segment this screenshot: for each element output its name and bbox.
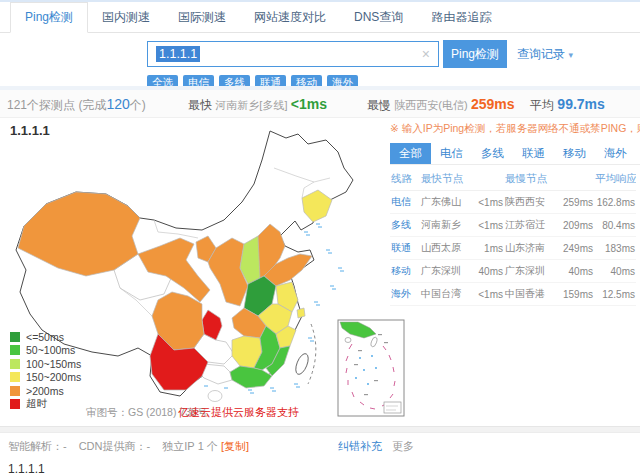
fastest-stat: 最快 河南新乡[多线] <1ms <box>188 96 327 114</box>
clear-input-icon[interactable]: × <box>422 47 430 61</box>
slowest-stat: 最慢 陕西西安(电信) 259ms <box>367 96 515 114</box>
ip-input[interactable]: 1.1.1.1 × <box>147 41 439 67</box>
result-tab-unicom[interactable]: 联通 <box>513 143 554 164</box>
latency-table: 线路 最快节点 最慢节点 平均响应 电信 广东佛山 <1ms 陕西西安 259m… <box>390 168 636 306</box>
feedback-link[interactable]: 纠错补充 <box>338 440 382 452</box>
sea-boundary-dashes <box>308 324 316 384</box>
result-tab-overseas[interactable]: 海外 <box>595 143 636 164</box>
south-china-sea-inset <box>338 320 404 416</box>
latency-legend: <=50ms 50~100ms 100~150ms 150~200ms >200… <box>10 330 81 411</box>
slowest-value: 259ms <box>471 96 515 112</box>
region-hainan[interactable] <box>208 391 222 402</box>
inset-hainan <box>345 338 351 343</box>
probe-done-count: 120 <box>106 96 129 112</box>
unique-ip-label: 独立IP <box>162 440 194 452</box>
footer-divider <box>0 426 640 433</box>
table-row[interactable]: 多线 河南新乡 <1ms 江苏宿迁 209ms 80.4ms <box>390 214 636 237</box>
smart-dns-label: 智能解析： <box>8 440 63 452</box>
inset-scale-box <box>384 402 401 413</box>
map-sponsor-link[interactable]: 亿速云提供云服务器支持 <box>178 405 299 420</box>
slowest-node: 陕西西安(电信) <box>394 99 467 111</box>
result-panel: ※ 输入IP为Ping检测，若服务器网络不通或禁PING，则超时。 全部 电信 … <box>384 118 640 306</box>
result-tab-all[interactable]: 全部 <box>390 143 431 164</box>
table-row[interactable]: 海外 中国台湾 <1ms 中国香港 159ms 12.5ms <box>390 283 636 306</box>
copy-button[interactable]: [复制] <box>221 440 249 452</box>
fastest-value: <1ms <box>291 96 327 112</box>
table-row[interactable]: 电信 广东佛山 <1ms 陕西西安 259ms 162.8ms <box>390 191 636 214</box>
ping-submit-button[interactable]: Ping检测 <box>443 40 507 68</box>
search-zone: 1.1.1.1 × Ping检测 查询记录 ▾ 全选 电信 多线 联通 移动 海… <box>147 40 573 91</box>
chevron-down-icon: ▾ <box>568 50 573 60</box>
legend-swatch <box>10 332 20 342</box>
average-value: 99.7ms <box>557 96 604 112</box>
legend-swatch <box>10 399 20 409</box>
legend-swatch <box>10 345 20 355</box>
legend-item: 100~150ms <box>10 357 81 371</box>
dns-meta-left: 智能解析：-CDN提供商：-独立IP 1 个 [复制] <box>8 439 249 454</box>
result-tab-telecom[interactable]: 电信 <box>431 143 472 164</box>
legend-swatch <box>10 372 20 382</box>
tab-dns-lookup[interactable]: DNS查询 <box>340 3 417 32</box>
legend-item: <=50ms <box>10 330 81 344</box>
legend-item: 50~100ms <box>10 344 81 358</box>
ping-note: ※ 输入IP为Ping检测，若服务器网络不通或禁PING，则超时。 <box>384 118 640 136</box>
ping-tool-page: Ping检测 国内测速 国际测速 网站速度对比 DNS查询 路由器追踪 1.1.… <box>0 0 640 475</box>
tab-domestic-speed[interactable]: 国内测速 <box>88 3 164 32</box>
top-nav-tabs: Ping检测 国内测速 国际测速 网站速度对比 DNS查询 路由器追踪 <box>0 2 640 33</box>
tab-traceroute[interactable]: 路由器追踪 <box>417 3 505 32</box>
legend-item: 超时 <box>10 398 81 412</box>
legend-item: 150~200ms <box>10 371 81 385</box>
resolved-ip: 1.1.1.1 <box>0 454 640 475</box>
legend-item: >200ms <box>10 384 81 398</box>
dns-meta-right: 纠错补充更多 <box>338 439 414 454</box>
result-tab-multiline[interactable]: 多线 <box>472 143 513 164</box>
table-header-row: 线路 最快节点 最慢节点 平均响应 <box>390 168 636 191</box>
tab-international-speed[interactable]: 国际测速 <box>164 3 240 32</box>
fastest-node: 河南新乡[多线] <box>215 99 287 111</box>
more-link[interactable]: 更多 <box>392 440 414 452</box>
table-row[interactable]: 移动 广东深圳 40ms 广东深圳 40ms 40ms <box>390 260 636 283</box>
dns-meta-row: 智能解析：-CDN提供商：-独立IP 1 个 [复制] 纠错补充更多 <box>0 433 640 454</box>
probe-count: 121个探测点 (完成120个) <box>7 96 146 114</box>
main-content: 1.1.1.1 <box>0 118 640 426</box>
tab-ping[interactable]: Ping检测 <box>10 2 88 33</box>
tab-site-speed-compare[interactable]: 网站速度对比 <box>240 3 340 32</box>
legend-swatch <box>10 359 20 369</box>
cdn-provider-label: CDN提供商： <box>79 440 147 452</box>
result-tab-mobile[interactable]: 移动 <box>554 143 595 164</box>
region-shanghai[interactable] <box>297 308 305 318</box>
query-history-link[interactable]: 查询记录 ▾ <box>517 46 573 63</box>
summary-stats-bar: 121个探测点 (完成120个) 最快 河南新乡[多线] <1ms 最慢 陕西西… <box>0 90 640 118</box>
average-stat: 平均 99.7ms <box>530 96 605 114</box>
region-taiwan[interactable] <box>293 352 311 376</box>
query-history-label: 查询记录 <box>517 47 565 61</box>
ip-input-value: 1.1.1.1 <box>156 46 200 62</box>
footer-section: 智能解析：-CDN提供商：-独立IP 1 个 [复制] 纠错补充更多 1.1.1… <box>0 426 640 475</box>
legend-swatch <box>10 386 20 396</box>
table-row[interactable]: 联通 山西太原 1ms 山东济南 249ms 183ms <box>390 237 636 260</box>
result-tabs: 全部 电信 多线 联通 移动 海外 <box>390 143 640 165</box>
